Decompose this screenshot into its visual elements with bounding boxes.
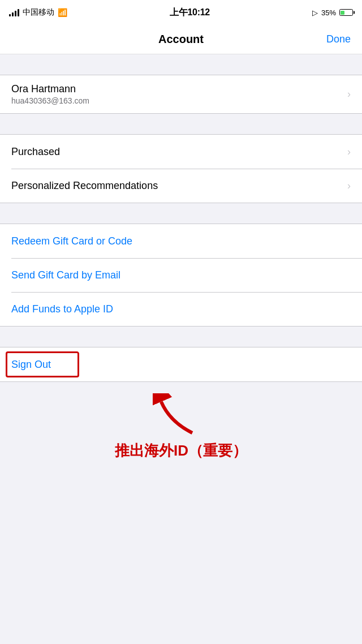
annotation-area: 推出海外ID（重要） xyxy=(0,382,362,478)
chevron-icon: › xyxy=(347,88,351,100)
user-profile-content: Ora Hartmann hua430363@163.com xyxy=(11,83,89,105)
recommendations-chevron-icon: › xyxy=(347,180,351,192)
add-funds-label: Add Funds to Apple ID xyxy=(11,303,113,315)
signal-bars-icon xyxy=(9,8,19,16)
battery-percent: 35% xyxy=(321,8,336,17)
sign-out-wrapper: Sign Out xyxy=(0,347,362,382)
page-title: Account xyxy=(158,33,204,46)
user-profile-item[interactable]: Ora Hartmann hua430363@163.com › xyxy=(0,75,362,113)
purchased-item[interactable]: Purchased › xyxy=(0,135,362,169)
sign-out-item[interactable]: Sign Out xyxy=(0,347,362,381)
send-gift-card-label: Send Gift Card by Email xyxy=(11,269,120,281)
middle-gap-2 xyxy=(0,203,362,224)
status-bar-time: 上午10:12 xyxy=(170,7,210,19)
send-gift-card-item[interactable]: Send Gift Card by Email xyxy=(0,258,362,292)
menu-section: Purchased › Personalized Recommendations… xyxy=(0,134,362,203)
middle-gap-3 xyxy=(0,327,362,347)
middle-gap-1 xyxy=(0,114,362,134)
status-bar-right: ▷ 35% xyxy=(312,8,353,17)
redeem-gift-card-label: Redeem Gift Card or Code xyxy=(11,235,132,247)
status-bar: 中国移动 📶 上午10:12 ▷ 35% xyxy=(0,0,362,25)
personalized-recommendations-label: Personalized Recommendations xyxy=(11,180,158,192)
battery-indicator xyxy=(339,9,353,16)
redeem-gift-card-item[interactable]: Redeem Gift Card or Code xyxy=(0,224,362,258)
action-section: Redeem Gift Card or Code Send Gift Card … xyxy=(0,224,362,327)
top-gap xyxy=(0,54,362,75)
user-profile-section: Ora Hartmann hua430363@163.com › xyxy=(0,75,362,114)
personalized-recommendations-item[interactable]: Personalized Recommendations › xyxy=(0,169,362,203)
annotation-arrow-icon xyxy=(153,393,209,439)
location-icon: ▷ xyxy=(312,8,318,17)
sign-out-label: Sign Out xyxy=(11,359,51,371)
wifi-icon: 📶 xyxy=(58,8,67,17)
user-email: hua430363@163.com xyxy=(11,96,89,105)
add-funds-item[interactable]: Add Funds to Apple ID xyxy=(0,292,362,326)
sign-out-section: Sign Out xyxy=(0,347,362,382)
annotation-text: 推出海外ID（重要） xyxy=(115,441,247,461)
user-name: Ora Hartmann xyxy=(11,83,89,95)
purchased-label: Purchased xyxy=(11,146,60,158)
carrier-label: 中国移动 xyxy=(23,7,54,18)
navigation-bar: Account Done xyxy=(0,25,362,54)
purchased-chevron-icon: › xyxy=(347,146,351,158)
status-bar-left: 中国移动 📶 xyxy=(9,7,67,18)
done-button[interactable]: Done xyxy=(326,33,351,45)
